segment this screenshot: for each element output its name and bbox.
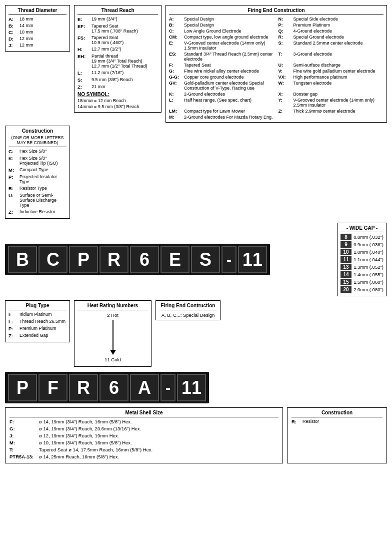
- fkey: CM:: [169, 35, 183, 40]
- plug-type-box: Plug Type I:Iridium PlatinumL:Thread Rea…: [5, 300, 70, 342]
- metal-key: M:: [10, 440, 37, 445]
- entry-val: Extended Gap: [20, 333, 48, 338]
- thread-reach-entry: EH:Partial thread19 mm (3/4" Total Reach…: [78, 54, 158, 69]
- fval: Booster gap: [294, 92, 318, 97]
- entry-key: Z:: [8, 209, 20, 215]
- heat-numbers-title: Heat Rating Numbers: [78, 303, 148, 308]
- wide-gap-box: - WIDE GAP - 80.8mm (.032")90.9mm (.036"…: [337, 223, 387, 296]
- banner1-char: E: [160, 246, 190, 273]
- fval: Standard 2.5mmø center electrode: [294, 41, 363, 51]
- construction-entry: C:Hex Size 5/8": [8, 149, 66, 154]
- entry-key: FS:: [78, 35, 92, 45]
- thread-diameter-title: Thread Diameter: [8, 8, 66, 13]
- plug-type-entry: L:Thread Reach 26.5mm: [8, 319, 66, 324]
- gap-entry: 90.9mm (.036"): [340, 241, 384, 248]
- fval: 4-Ground electrode: [294, 29, 332, 34]
- gap-val: 1.5mm (.060"): [354, 279, 384, 285]
- banner1-char: S: [191, 246, 220, 273]
- firing-entry-col2: Y:V-Grooved center electrode (14mm only)…: [278, 98, 384, 108]
- fval: Low Angle Ground Electrode: [184, 29, 242, 34]
- fval: Special Design: [184, 17, 214, 22]
- gap-entry: 202.0mm (.080"): [340, 286, 384, 293]
- entry-key: E:: [78, 17, 92, 22]
- thread-reach-entry: Z:21 mm: [78, 84, 158, 90]
- firing-entry-col1: F:Tapered Seat: [169, 63, 274, 68]
- spacer: [74, 126, 162, 219]
- construction-bottom-title: Construction: [292, 410, 382, 415]
- firing-entry-col1: A:Special Design: [169, 17, 274, 22]
- fval: High performance platinum: [294, 75, 348, 80]
- banner2-char: R: [69, 374, 98, 401]
- wide-gap-title: - WIDE GAP -: [340, 225, 384, 232]
- banner1-char: -: [222, 246, 236, 273]
- firing-entry-col1: LM:Compact type for Lawn Mower: [169, 109, 274, 114]
- banner1-char: B: [8, 246, 37, 273]
- entry-key: J:: [8, 43, 20, 48]
- entry-key: S:: [78, 77, 92, 83]
- firing-end-construction-title: Firing End Contruction: [159, 303, 217, 308]
- fval: Premium Platinum: [294, 23, 330, 28]
- fval: V-Grooved center electrode (14mm only) 1…: [184, 41, 274, 51]
- firing-entry-col2: P:Premium Platinum: [278, 23, 384, 28]
- entry-key: A:: [8, 17, 20, 22]
- thread-diameter-entries: A:18 mmB:14 mmC:10 mmD:12 mmJ:12 mm: [8, 17, 66, 48]
- banner2-row: PFR6A-11: [5, 372, 387, 403]
- banner1-char: C: [38, 246, 68, 273]
- thread-diameter-entry: A:18 mm: [8, 17, 66, 22]
- metal-val: Tapered Seat ø 14, 17.5mm Reach, 16mm (5…: [39, 447, 152, 452]
- thread-reach-entry: EF:Tapered Seat17.5 mm (.708" Reach): [78, 24, 158, 34]
- plug-type-entry: P:Premium Platinum: [8, 326, 66, 331]
- entry-key: C:: [8, 149, 20, 154]
- metal-shell-entry: T:Tapered Seat ø 14, 17.5mm Reach, 16mm …: [10, 447, 278, 452]
- firing-end-construction-small-box: Firing End Contruction A, B, C...: Speci…: [156, 300, 220, 320]
- fkey: B:: [169, 23, 183, 28]
- metal-val: ø 10, 19mm (3/4") Reach, 16mm (5/8") Hex…: [39, 440, 132, 445]
- entry-val: Premium Platinum: [20, 326, 56, 331]
- entry-key: M:: [8, 167, 20, 173]
- firing-entry-col1: E:V-Grooved center electrode (14mm only)…: [169, 41, 274, 51]
- gap-val: 1.1mm (.044"): [354, 257, 384, 262]
- entry-val: 11.2 mm (7/16"): [92, 70, 124, 76]
- entry-val: 18 mm: [20, 17, 34, 22]
- metal-shell-entries: F:ø 14, 19mm (3/4") Reach, 16mm (5/8") H…: [10, 419, 278, 459]
- thread-diameter-entry: D:12 mm: [8, 36, 66, 42]
- thread-diameter-entry: J:12 mm: [8, 43, 66, 48]
- entry-key: Z:: [78, 84, 92, 90]
- gap-entries: 80.8mm (.032")90.9mm (.036")101.0mm (.04…: [340, 234, 384, 293]
- cold-label: 11 Cold: [78, 357, 148, 362]
- entry-val: Compact Type: [20, 167, 48, 173]
- entry-val: Partial thread19 mm (3/4" Total Reach)12…: [92, 54, 147, 69]
- fkey: S:: [278, 41, 292, 51]
- construction-bottom-box: Construction R:Resistor: [287, 407, 387, 463]
- fkey: K:: [169, 92, 183, 97]
- heat-numbers-box: Heat Rating Numbers 2 Hot 11 Cold: [74, 300, 152, 367]
- entry-key: B:: [8, 23, 20, 29]
- fkey: P:: [278, 23, 292, 28]
- main-container: Thread Diameter A:18 mmB:14 mmC:10 mmD:1…: [5, 5, 387, 463]
- firing-end-entries: A:Special DesignN:Special Side electrode…: [169, 17, 384, 120]
- firing-entry-col1: K:2-Ground electrodes: [169, 92, 274, 97]
- fval: 2-Ground electrodes For Mazda Rotary Eng…: [184, 115, 273, 120]
- no-symbol-section: NO SYMBOL:18mmø = 12 mm Reach14mmø = 9.5…: [78, 92, 158, 109]
- entry-key: C:: [8, 30, 20, 35]
- banner2-char: P: [8, 374, 37, 401]
- metal-shell-entry: PTR5A-13:ø 14, 25mm Reach, 16mm (5/8") H…: [10, 454, 278, 459]
- firing-entry-col1: CM:Compact type, low angle ground electr…: [169, 35, 274, 40]
- fkey: A:: [169, 17, 183, 22]
- thread-reach-box: Thread Reach E:19 mm (3/4")EF:Tapered Se…: [74, 5, 162, 113]
- thread-diameter-entry: C:10 mm: [8, 30, 66, 35]
- fkey: F:: [169, 63, 183, 68]
- thread-reach-entry: E:19 mm (3/4"): [78, 17, 158, 22]
- entry-val: Hex Size 5/8" Projected Tip (ISO): [20, 156, 66, 166]
- fkey: R:: [278, 35, 292, 40]
- entry-val: Projected Insulator Type: [20, 174, 66, 184]
- firing-end-top-box: Firing End Construction A:Special Design…: [166, 5, 387, 123]
- fkey: G:: [169, 69, 183, 74]
- fval: Fine wire gold palladium center electrod…: [294, 69, 376, 74]
- firing-end-val: A, B, C...: Special Design: [159, 312, 217, 318]
- banner2-char: 11: [177, 374, 206, 401]
- entry-key: L:: [8, 319, 20, 324]
- firing-entry-col2: Q:4-Ground electrode: [278, 29, 384, 34]
- arrow-line: [112, 320, 114, 350]
- gap-entry: 80.8mm (.032"): [340, 234, 384, 240]
